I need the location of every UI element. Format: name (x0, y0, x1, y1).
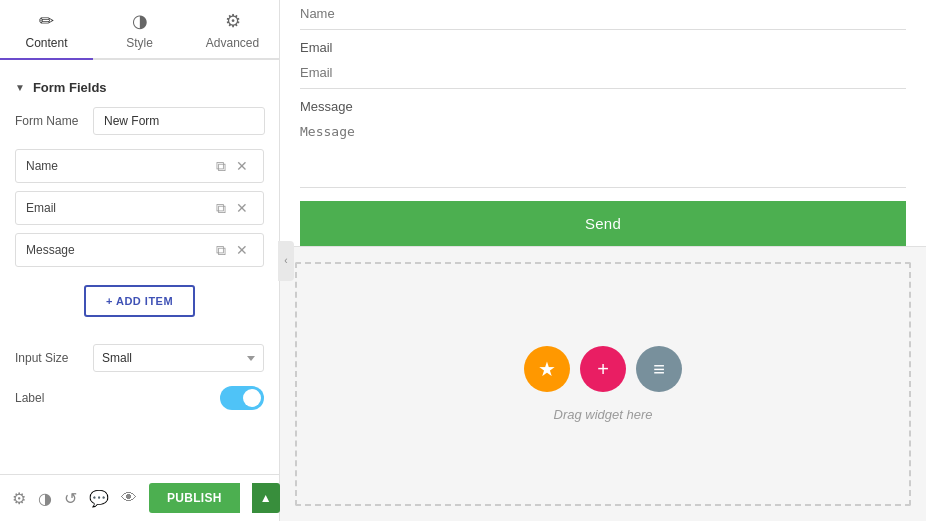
delete-message-button[interactable]: ✕ (231, 241, 253, 259)
preview-message-textarea[interactable] (300, 118, 906, 188)
delete-name-button[interactable]: ✕ (231, 157, 253, 175)
style-icon: ◑ (132, 10, 148, 32)
collapse-panel-button[interactable]: ‹ (278, 241, 294, 281)
fields-list: Name ⧉ ✕ Email ⧉ ✕ Message ⧉ ✕ (15, 149, 264, 267)
tab-content-label: Content (25, 36, 67, 50)
label-toggle-wrapper (220, 386, 264, 410)
send-button[interactable]: Send (300, 201, 906, 246)
advanced-icon: ⚙ (225, 10, 241, 32)
form-name-row: Form Name (15, 107, 264, 135)
duplicate-email-button[interactable]: ⧉ (211, 199, 231, 217)
label-toggle-switch[interactable] (220, 386, 264, 410)
content-icon: ✏ (39, 10, 54, 32)
publish-dropdown-button[interactable]: ▲ (252, 483, 280, 513)
tab-style[interactable]: ◑ Style (93, 0, 186, 58)
label-toggle-label: Label (15, 391, 85, 405)
tab-advanced-label: Advanced (206, 36, 259, 50)
tabs-bar: ✏ Content ◑ Style ⚙ Advanced (0, 0, 279, 60)
preview-message-field: Message (300, 89, 906, 191)
preview-message-label: Message (300, 89, 906, 118)
tab-style-label: Style (126, 36, 153, 50)
field-label-email: Email (26, 201, 211, 215)
left-panel: ✏ Content ◑ Style ⚙ Advanced ▼ Form Fiel… (0, 0, 280, 521)
widget-icon-star[interactable]: ★ (524, 346, 570, 392)
bottom-toolbar: ⚙ ◑ ↺ 💬 👁 PUBLISH ▲ (0, 474, 279, 521)
widget-icon-menu[interactable]: ≡ (636, 346, 682, 392)
theme-icon[interactable]: ◑ (38, 489, 52, 508)
widget-icon-plus[interactable]: + (580, 346, 626, 392)
toggle-slider (220, 386, 264, 410)
field-item-name: Name ⧉ ✕ (15, 149, 264, 183)
field-label-message: Message (26, 243, 211, 257)
form-name-input[interactable] (93, 107, 265, 135)
preview-email-label: Email (300, 30, 906, 59)
preview-name-input[interactable] (300, 0, 906, 30)
preview-email-field: Email (300, 30, 906, 89)
duplicate-name-button[interactable]: ⧉ (211, 157, 231, 175)
input-size-select[interactable]: Small Medium Large (93, 344, 264, 372)
section-label: Form Fields (33, 80, 107, 95)
add-item-button[interactable]: + ADD ITEM (84, 285, 195, 317)
tab-content[interactable]: ✏ Content (0, 0, 93, 60)
widget-drop-zone: ★ + ≡ Drag widget here (295, 262, 911, 506)
chat-icon[interactable]: 💬 (89, 489, 109, 508)
input-size-label: Input Size (15, 351, 85, 365)
label-toggle-row: Label (15, 386, 264, 410)
publish-button[interactable]: PUBLISH (149, 483, 240, 513)
settings-icon[interactable]: ⚙ (12, 489, 26, 508)
field-label-name: Name (26, 159, 211, 173)
panel-content: ▼ Form Fields Form Name Name ⧉ ✕ Email ⧉… (0, 60, 279, 474)
preview-name-field (300, 0, 906, 30)
delete-email-button[interactable]: ✕ (231, 199, 253, 217)
preview-email-input[interactable] (300, 59, 906, 89)
input-size-row: Input Size Small Medium Large (15, 344, 264, 372)
drop-zone-icons: ★ + ≡ (524, 346, 682, 392)
field-item-email: Email ⧉ ✕ (15, 191, 264, 225)
form-preview: Email Message Send (280, 0, 926, 247)
right-canvas: Email Message Send ★ + ≡ Drag widget her… (280, 0, 926, 521)
field-item-message: Message ⧉ ✕ (15, 233, 264, 267)
form-name-label: Form Name (15, 114, 85, 128)
drop-zone-text: Drag widget here (554, 407, 653, 422)
duplicate-message-button[interactable]: ⧉ (211, 241, 231, 259)
preview-icon[interactable]: 👁 (121, 489, 137, 507)
chevron-down-icon: ▼ (15, 82, 25, 93)
form-fields-section[interactable]: ▼ Form Fields (15, 70, 264, 107)
tab-advanced[interactable]: ⚙ Advanced (186, 0, 279, 58)
history-icon[interactable]: ↺ (64, 489, 77, 508)
